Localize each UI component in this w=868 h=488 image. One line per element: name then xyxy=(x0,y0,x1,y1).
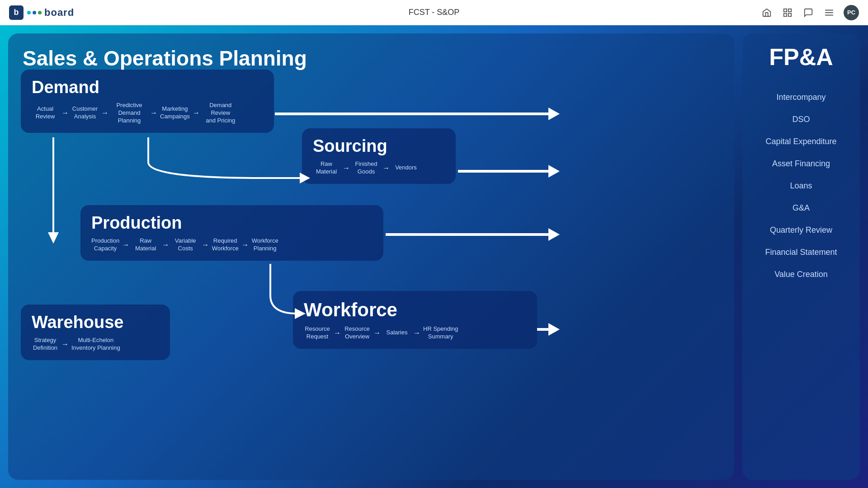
main-content: Sales & Operations Planning Demand Actua… xyxy=(0,25,868,488)
production-step-0[interactable]: ProductionCapacity xyxy=(91,237,119,253)
logo-area: b board xyxy=(9,5,74,20)
sourcing-title: Sourcing xyxy=(313,136,445,156)
svg-rect-1 xyxy=(788,9,791,11)
logo-b-icon: b xyxy=(9,5,24,20)
demand-step-2[interactable]: PredictiveDemandPlanning xyxy=(111,102,147,125)
logo-dot-blue xyxy=(33,11,36,14)
demand-flow: ActualReview → CustomerAnalysis → Predic… xyxy=(32,102,263,125)
demand-step-4[interactable]: DemandReviewand Pricing xyxy=(203,102,239,125)
production-step-3[interactable]: RequiredWorkforce xyxy=(212,237,239,253)
fpa-item-value-creation[interactable]: Value Creation xyxy=(742,263,860,286)
svg-marker-8 xyxy=(548,108,560,120)
production-step-1[interactable]: RawMaterial xyxy=(132,237,159,253)
workforce-step-0[interactable]: ResourceRequest xyxy=(304,325,331,341)
demand-title: Demand xyxy=(32,78,263,97)
svg-marker-14 xyxy=(548,323,560,336)
menu-icon[interactable] xyxy=(823,6,835,19)
sourcing-step-0[interactable]: RawMaterial xyxy=(313,160,340,176)
workforce-section: Workforce ResourceRequest → ResourceOver… xyxy=(293,291,537,349)
svg-rect-2 xyxy=(784,13,787,16)
chat-icon[interactable] xyxy=(802,6,815,19)
user-avatar[interactable]: PC xyxy=(844,5,859,20)
logo-dot-green xyxy=(38,11,42,14)
warehouse-flow: StrategyDefinition → Multi-EchelonInvent… xyxy=(32,337,159,352)
demand-step-1[interactable]: CustomerAnalysis xyxy=(71,105,99,121)
workforce-title: Workforce xyxy=(304,299,526,321)
topnav: b board FCST - S&OP xyxy=(0,0,868,25)
fpa-panel: FP&A Intercompany DSO Capital Expenditur… xyxy=(742,33,860,480)
production-flow: ProductionCapacity → RawMaterial → Varia… xyxy=(91,237,373,253)
sop-title: Sales & Operations Planning xyxy=(23,46,720,70)
demand-step-3[interactable]: MarketingCampaings xyxy=(160,105,190,121)
svg-marker-17 xyxy=(48,232,59,244)
grid-icon[interactable] xyxy=(781,6,794,19)
fpa-item-capex[interactable]: Capital Expenditure xyxy=(742,131,860,153)
workforce-step-3[interactable]: HR SpendingSummary xyxy=(423,325,458,341)
warehouse-title: Warehouse xyxy=(32,313,159,332)
svg-marker-10 xyxy=(548,165,560,178)
demand-step-0[interactable]: ActualReview xyxy=(32,105,59,121)
page-title: FCST - S&OP xyxy=(409,8,460,17)
svg-marker-12 xyxy=(548,228,560,241)
fpa-title: FP&A xyxy=(769,44,833,70)
fpa-item-ga[interactable]: G&A xyxy=(742,197,860,219)
fpa-item-asset-financing[interactable]: Asset Financing xyxy=(742,153,860,175)
workforce-flow: ResourceRequest → ResourceOverview → Sal… xyxy=(304,325,526,341)
home-icon[interactable] xyxy=(760,6,773,19)
warehouse-step-0[interactable]: StrategyDefinition xyxy=(32,337,59,352)
production-title: Production xyxy=(91,213,373,233)
fpa-item-dso[interactable]: DSO xyxy=(742,108,860,131)
sourcing-step-2[interactable]: Vendors xyxy=(392,164,420,172)
fpa-item-financial-statement[interactable]: Financial Statement xyxy=(742,241,860,263)
warehouse-step-1[interactable]: Multi-EchelonInventory Planning xyxy=(71,337,120,352)
logo-dot-teal xyxy=(27,11,31,14)
fpa-item-loans[interactable]: Loans xyxy=(742,175,860,197)
production-section: Production ProductionCapacity → RawMater… xyxy=(80,205,383,261)
production-step-4[interactable]: WorkforcePlanning xyxy=(251,237,278,253)
production-step-2[interactable]: VariableCosts xyxy=(172,237,199,253)
sop-card: Sales & Operations Planning Demand Actua… xyxy=(8,33,734,480)
workforce-step-2[interactable]: Salaries xyxy=(383,329,410,337)
logo-text: board xyxy=(44,7,74,19)
sourcing-step-1[interactable]: FinishedGoods xyxy=(353,160,380,176)
logo-board: board xyxy=(27,7,74,19)
fpa-item-quarterly-review[interactable]: Quarterly Review xyxy=(742,219,860,241)
demand-section: Demand ActualReview → CustomerAnalysis →… xyxy=(21,70,274,133)
warehouse-section: Warehouse StrategyDefinition → Multi-Ech… xyxy=(21,305,170,360)
workforce-step-1[interactable]: ResourceOverview xyxy=(344,325,371,341)
fpa-item-intercompany[interactable]: Intercompany xyxy=(742,86,860,108)
nav-icons: PC xyxy=(760,5,859,20)
svg-rect-3 xyxy=(788,13,791,16)
sourcing-flow: RawMaterial → FinishedGoods → Vendors xyxy=(313,160,445,176)
sourcing-section: Sourcing RawMaterial → FinishedGoods → V… xyxy=(302,128,456,184)
svg-rect-0 xyxy=(784,9,787,11)
